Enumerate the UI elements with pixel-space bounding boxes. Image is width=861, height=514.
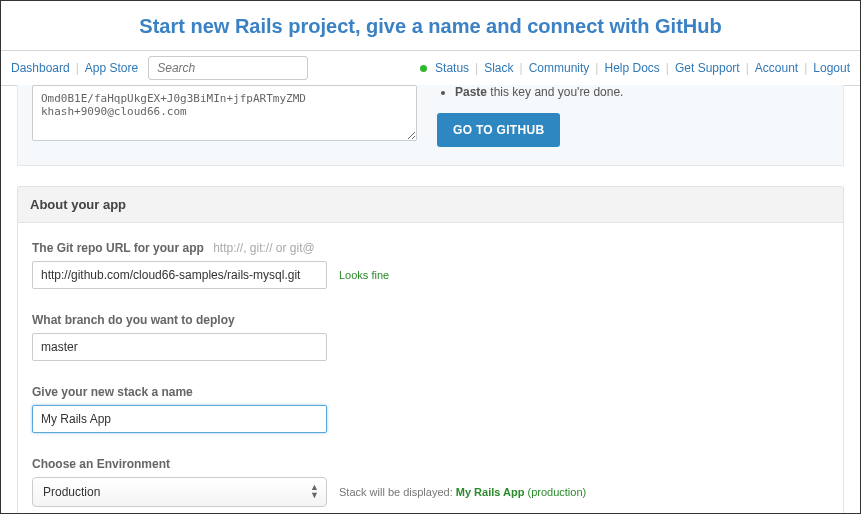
ssh-key-panel: Omd0B1E/faHqpUkgEX+J0g3BiMIn+jfpARTmyZMD…	[17, 85, 844, 166]
environment-select-value[interactable]	[32, 477, 327, 507]
top-nav: Dashboard | App Store Status | Slack | C…	[1, 50, 860, 86]
nav-app-store[interactable]: App Store	[85, 61, 138, 75]
repo-url-validation: Looks fine	[339, 269, 389, 281]
nav-status[interactable]: Status	[435, 61, 469, 75]
go-to-github-button[interactable]: GO TO GITHUB	[437, 113, 560, 147]
environment-select[interactable]: ▲▼	[32, 477, 327, 507]
nav-community[interactable]: Community	[529, 61, 590, 75]
instruction-paste: Paste this key and you're done.	[455, 85, 829, 99]
status-indicator-icon	[420, 65, 427, 72]
section-title: About your app	[18, 187, 843, 223]
environment-label: Choose an Environment	[32, 457, 829, 471]
nav-get-support[interactable]: Get Support	[675, 61, 740, 75]
select-updown-icon: ▲▼	[310, 483, 319, 499]
repo-url-input[interactable]	[32, 261, 327, 289]
banner-title: Start new Rails project, give a name and…	[1, 15, 860, 38]
branch-label: What branch do you want to deploy	[32, 313, 829, 327]
stack-name-input[interactable]	[32, 405, 327, 433]
search-input[interactable]	[148, 56, 308, 80]
branch-input[interactable]	[32, 333, 327, 361]
stack-name-label: Give your new stack a name	[32, 385, 829, 399]
tutorial-banner: Start new Rails project, give a name and…	[1, 1, 860, 50]
ssh-key-textarea[interactable]: Omd0B1E/faHqpUkgEX+J0g3BiMIn+jfpARTmyZMD…	[32, 85, 417, 141]
repo-url-label: The Git repo URL for your app http://, g…	[32, 241, 829, 255]
stack-display-preview: Stack will be displayed: My Rails App (p…	[339, 486, 586, 498]
nav-logout[interactable]: Logout	[813, 61, 850, 75]
nav-slack[interactable]: Slack	[484, 61, 513, 75]
about-your-app-section: About your app The Git repo URL for your…	[17, 186, 844, 514]
nav-account[interactable]: Account	[755, 61, 798, 75]
nav-separator: |	[76, 61, 79, 75]
nav-help-docs[interactable]: Help Docs	[604, 61, 659, 75]
nav-dashboard[interactable]: Dashboard	[11, 61, 70, 75]
